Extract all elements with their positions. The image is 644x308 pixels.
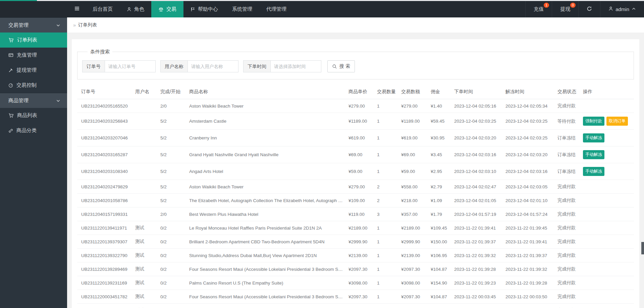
cell-order-no: UB2311220139379307 xyxy=(77,235,132,249)
cell-actions xyxy=(580,276,634,290)
sidebar-item-4[interactable]: 提现管理 xyxy=(0,63,67,78)
sidebar-item-8[interactable]: 商品分类 xyxy=(0,123,67,138)
table-row: UB2311220003407895测试0/2Palms Casino Reso… xyxy=(77,304,634,308)
cell-progress: 0/2 xyxy=(158,262,186,276)
cell-price: ¥69.00 xyxy=(346,146,374,163)
cell-status: 订单冻结 xyxy=(555,130,580,146)
cell-actions xyxy=(580,99,634,113)
cell-progress: 5/2 xyxy=(158,146,186,163)
cell-username: 测试 xyxy=(132,290,158,304)
cell-qty: 2 xyxy=(374,194,398,207)
withdraw-badge: 0 xyxy=(570,3,576,8)
cell-unfreeze-time: 2023-12-04 02:03:25 xyxy=(503,130,555,146)
nav-item-2[interactable]: 角色 xyxy=(120,1,151,17)
cell-amount: ¥1189.00 xyxy=(398,113,428,130)
table-header-row: 订单号用户名完成/开始商品名称商品单价交易数量交易数额佣金下单时间解冻时间交易状… xyxy=(77,85,634,99)
user-menu[interactable]: admin xyxy=(600,1,644,17)
search-input-3[interactable] xyxy=(270,60,321,72)
refresh-button[interactable] xyxy=(578,1,600,17)
cell-amount: ¥3098.00 xyxy=(398,304,428,308)
cell-amount: ¥69.00 xyxy=(398,146,428,163)
sidebar-toggle-button[interactable] xyxy=(68,1,86,17)
table-row: UB23120402031083405/2Angad Arts Hotel¥59… xyxy=(77,163,634,180)
search-input-1[interactable] xyxy=(105,60,156,72)
order-table-body: UB23120402051655202/0Aston Waikiki Beach… xyxy=(77,99,634,308)
nav-item-label: 交易 xyxy=(166,6,176,12)
sidebar-group-1[interactable]: 交易管理 xyxy=(0,17,67,33)
search-button[interactable]: 搜 索 xyxy=(327,60,355,72)
cell-order-time: 2023-12-04 02:01:05 xyxy=(451,194,503,207)
cart-icon xyxy=(8,113,14,118)
cell-status: 完成付款 xyxy=(555,180,580,194)
search-icon xyxy=(332,64,337,69)
nav-left: 后台首页角色交易帮助中心系统管理代理管理 xyxy=(68,1,293,17)
cell-order-no: UB2312040201058786 xyxy=(77,194,132,207)
column-header: 下单时间 xyxy=(451,85,503,99)
column-header: 佣金 xyxy=(428,85,451,99)
manual-unfreeze-button[interactable]: 手动解冻 xyxy=(583,150,604,159)
search-field-group-3: 下单时间 xyxy=(243,60,321,72)
sidebar-item-label: 商品分类 xyxy=(16,127,37,134)
nav-item-3[interactable]: 交易 xyxy=(151,1,183,17)
sidebar-item-label: 提现管理 xyxy=(16,67,37,73)
column-header: 解冻时间 xyxy=(503,85,555,99)
cell-actions xyxy=(580,207,634,221)
cell-amount: ¥2999.90 xyxy=(398,235,428,249)
sidebar-item-5[interactable]: 交易控制 xyxy=(0,78,67,93)
cell-order-no: UB2312040202479829 xyxy=(77,180,132,194)
table-row: UB23120402031652875/2Grand Hyatt Nashvil… xyxy=(77,146,634,163)
table-row: UB2311220139411971测试0/2Le Royal Monceau … xyxy=(77,221,634,235)
cell-commission: ¥59.45 xyxy=(428,113,451,130)
cancel-order-button[interactable]: 取消订单 xyxy=(606,117,628,126)
sidebar-group-6[interactable]: 商品管理 xyxy=(0,93,67,108)
cell-username: 测试 xyxy=(132,276,158,290)
force-pay-button[interactable]: 强制付款 xyxy=(583,117,604,126)
sidebar-item-3[interactable]: 充值管理 xyxy=(0,48,67,63)
cell-username xyxy=(132,113,158,130)
cell-actions xyxy=(580,221,634,235)
cell-username: 测试 xyxy=(132,235,158,249)
cell-order-no: UB2312040205165520 xyxy=(77,99,132,113)
nav-item-1[interactable]: 后台首页 xyxy=(86,1,120,17)
search-button-label: 搜 索 xyxy=(339,63,350,69)
cell-actions: 强制付款取消订单 xyxy=(580,113,634,130)
cell-progress: 0/2 xyxy=(158,276,186,290)
cell-order-no: UB2311220139411971 xyxy=(77,221,132,235)
scrollbar-thumb[interactable] xyxy=(641,242,644,254)
cell-order-time: 2023-11-22 00:03:45 xyxy=(451,290,503,304)
cell-price: ¥2999.90 xyxy=(346,235,374,249)
nav-right: 充值 1 提现 0 admin xyxy=(525,1,644,17)
sidebar-item-7[interactable]: 商品列表 xyxy=(0,108,67,123)
sidebar-item-label: 订单列表 xyxy=(17,37,37,43)
cell-status: 完成付款 xyxy=(555,194,580,207)
search-input-2[interactable] xyxy=(187,60,238,72)
cell-status: 完成付款 xyxy=(555,262,580,276)
withdraw-button[interactable]: 提现 0 xyxy=(552,1,578,17)
cell-status: 完成付款 xyxy=(555,304,580,308)
cell-order-no: UB2312040203207046 xyxy=(77,130,132,146)
sidebar-item-label: 充值管理 xyxy=(17,52,37,58)
cell-order-time: 2023-11-22 01:39:32 xyxy=(451,249,503,262)
sidebar-group-label: 交易管理 xyxy=(8,22,29,28)
orders-card: 条件搜索 订单号用户名称下单时间 搜 索 xyxy=(72,39,639,308)
main-layout: 交易管理订单列表充值管理提现管理交易控制商品管理商品列表商品分类 » 订单列表 … xyxy=(0,17,644,308)
cell-progress: 0/2 xyxy=(158,290,186,304)
cell-amount: ¥3098.00 xyxy=(398,276,428,290)
nav-item-4[interactable]: 帮助中心 xyxy=(183,1,225,17)
cell-actions xyxy=(580,304,634,308)
cell-price: ¥119.00 xyxy=(346,207,374,221)
cell-commission: ¥1.40 xyxy=(428,99,451,113)
table-header: 订单号用户名完成/开始商品名称商品单价交易数量交易数额佣金下单时间解冻时间交易状… xyxy=(77,85,634,99)
nav-item-label: 角色 xyxy=(134,6,144,12)
manual-unfreeze-button[interactable]: 手动解冻 xyxy=(583,167,604,176)
gauge-icon xyxy=(8,83,13,88)
sidebar-item-2[interactable]: 订单列表 xyxy=(0,33,67,48)
cell-username xyxy=(132,194,158,207)
nav-item-5[interactable]: 系统管理 xyxy=(225,1,259,17)
cell-status: 完成付款 xyxy=(555,221,580,235)
manual-unfreeze-button[interactable]: 手动解冻 xyxy=(583,133,604,142)
nav-item-6[interactable]: 代理管理 xyxy=(259,1,293,17)
sidebar-group-label: 商品管理 xyxy=(8,98,29,104)
column-header: 商品名称 xyxy=(186,85,346,99)
recharge-button[interactable]: 充值 1 xyxy=(525,1,552,17)
